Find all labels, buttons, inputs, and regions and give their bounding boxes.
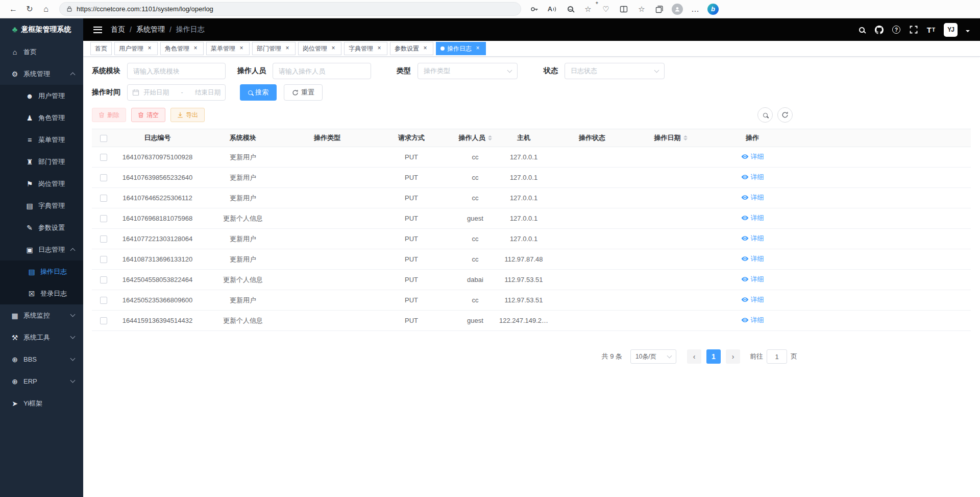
tag-view-tab[interactable]: 用户管理 × (114, 42, 158, 55)
row-checkbox[interactable] (100, 235, 107, 243)
type-select[interactable]: 操作类型 (418, 63, 518, 79)
sidebar-item-users[interactable]: ☻ 用户管理 (0, 85, 83, 107)
delete-button[interactable]: 删除 (92, 108, 126, 122)
toggle-search-button[interactable] (757, 107, 773, 123)
tag-view-tab[interactable]: 操作日志 × (436, 42, 486, 55)
page-number-button[interactable]: 1 (706, 349, 721, 364)
sidebar-item-login-log[interactable]: ☒ 登录日志 (0, 282, 83, 304)
breadcrumb-system[interactable]: 系统管理 (136, 25, 165, 34)
collections-icon[interactable] (651, 2, 668, 16)
sort-icon[interactable] (488, 133, 492, 143)
password-key-icon[interactable] (526, 2, 543, 16)
sidebar-item-operation-log[interactable]: ▤ 操作日志 (0, 261, 83, 282)
favorites-icon[interactable]: ☆ (633, 2, 650, 16)
row-checkbox[interactable] (100, 297, 107, 304)
add-favorites-icon[interactable]: ☆ + (580, 2, 596, 16)
sidebar-item-bbs[interactable]: ⊕ BBS (0, 348, 83, 370)
row-checkbox[interactable] (100, 317, 107, 324)
breadcrumb-home[interactable]: 首页 (111, 25, 125, 34)
detail-button[interactable]: 详细 (741, 234, 764, 243)
close-icon[interactable]: × (238, 45, 245, 52)
status-select[interactable]: 日志状态 (565, 63, 665, 79)
sidebar-item-logs[interactable]: ▣ 日志管理 (0, 239, 83, 261)
header-search-icon[interactable] (857, 25, 866, 35)
help-icon[interactable]: ? (892, 25, 901, 35)
tag-view-tab[interactable]: 首页 (90, 42, 112, 55)
bing-copilot-icon[interactable]: b (705, 2, 721, 16)
address-bar[interactable]: https://ccnetcore.com:1101/system/log/op… (59, 2, 521, 16)
select-all-checkbox[interactable] (100, 135, 107, 142)
detail-button[interactable]: 详细 (741, 173, 764, 182)
close-icon[interactable]: × (146, 45, 153, 52)
sidebar-item-departments[interactable]: ♜ 部门管理 (0, 151, 83, 173)
tag-view-tab[interactable]: 参数设置 × (390, 42, 433, 55)
goto-page-input[interactable] (767, 349, 787, 364)
sidebar-item-tools[interactable]: ⚒ 系统工具 (0, 326, 83, 348)
search-button[interactable]: 搜索 (240, 84, 277, 101)
browser-home-icon[interactable]: ⌂ (38, 2, 54, 16)
next-page-button[interactable]: › (726, 349, 740, 364)
split-screen-icon[interactable] (616, 2, 632, 16)
github-icon[interactable] (874, 25, 884, 35)
detail-button[interactable]: 详细 (741, 275, 764, 284)
browser-essentials-icon[interactable]: ♡ (598, 2, 614, 16)
reset-button[interactable]: 重置 (284, 84, 323, 101)
detail-button[interactable]: 详细 (741, 152, 764, 161)
sidebar-item-dictionary[interactable]: ▤ 字典管理 (0, 195, 83, 217)
tag-view-tab[interactable]: 岗位管理 × (298, 42, 341, 55)
tag-view-tab[interactable]: 角色管理 × (160, 42, 204, 55)
app-logo[interactable]: ♣ 意框架管理系统 (0, 18, 83, 41)
sidebar-item-yi-framework[interactable]: ➤ Yi框架 (0, 392, 83, 414)
close-icon[interactable]: × (474, 45, 481, 52)
tag-view-tab[interactable]: 字典管理 × (344, 42, 387, 55)
chevron-down-icon[interactable] (966, 30, 970, 34)
sidebar-item-roles[interactable]: ♟ 角色管理 (0, 107, 83, 129)
detail-button[interactable]: 详细 (741, 214, 764, 223)
row-checkbox[interactable] (100, 276, 107, 283)
tag-view-tab[interactable]: 菜单管理 × (206, 42, 250, 55)
header-date[interactable]: 操作日期 (632, 129, 709, 147)
prev-page-button[interactable]: ‹ (687, 349, 701, 364)
profile-avatar[interactable] (669, 2, 685, 16)
user-avatar[interactable]: YJ (944, 25, 958, 35)
back-icon[interactable]: ← (5, 2, 21, 16)
detail-button[interactable]: 详细 (741, 295, 764, 304)
row-checkbox[interactable] (100, 154, 107, 161)
detail-button[interactable]: 详细 (741, 193, 764, 202)
tag-view-tab[interactable]: 部门管理 × (252, 42, 296, 55)
close-icon[interactable]: × (376, 45, 383, 52)
sidebar-item-monitor[interactable]: ▦ 系统监控 (0, 304, 83, 326)
operator-input[interactable] (273, 63, 371, 79)
row-checkbox[interactable] (100, 195, 107, 202)
header-operator[interactable]: 操作人员 (455, 129, 496, 147)
sidebar-item-erp[interactable]: ⊕ ERP (0, 370, 83, 392)
sidebar-item-system[interactable]: ⚙ 系统管理 (0, 63, 83, 85)
zoom-out-icon[interactable] (562, 2, 578, 16)
more-menu-icon[interactable]: … (687, 2, 703, 16)
detail-button[interactable]: 详细 (741, 254, 764, 264)
sidebar-item-posts[interactable]: ⚑ 岗位管理 (0, 173, 83, 195)
row-checkbox[interactable] (100, 215, 107, 222)
sidebar-item-menus[interactable]: ≡ 菜单管理 (0, 129, 83, 151)
collapse-sidebar-icon[interactable] (93, 27, 102, 33)
date-range-picker[interactable]: 开始日期 - 结束日期 (127, 84, 226, 101)
close-icon[interactable]: × (192, 45, 199, 52)
sidebar-item-home[interactable]: ⌂ 首页 (0, 41, 83, 63)
export-button[interactable]: 导出 (170, 108, 205, 122)
close-icon[interactable]: × (330, 45, 337, 52)
close-icon[interactable]: × (422, 45, 429, 52)
page-size-select[interactable]: 10条/页 (630, 349, 676, 364)
module-input[interactable] (127, 63, 226, 79)
detail-button[interactable]: 详细 (741, 316, 764, 325)
refresh-table-button[interactable] (777, 107, 793, 123)
close-icon[interactable]: × (284, 45, 291, 52)
refresh-icon[interactable]: ↻ (21, 2, 38, 16)
font-size-icon[interactable]: TT (926, 25, 936, 35)
sort-icon[interactable] (683, 133, 688, 143)
row-checkbox[interactable] (100, 256, 107, 263)
read-aloud-icon[interactable]: A (544, 2, 560, 16)
sidebar-item-parameters[interactable]: ✎ 参数设置 (0, 217, 83, 239)
clear-button[interactable]: 清空 (131, 108, 165, 122)
fullscreen-icon[interactable] (909, 25, 918, 35)
row-checkbox[interactable] (100, 174, 107, 181)
